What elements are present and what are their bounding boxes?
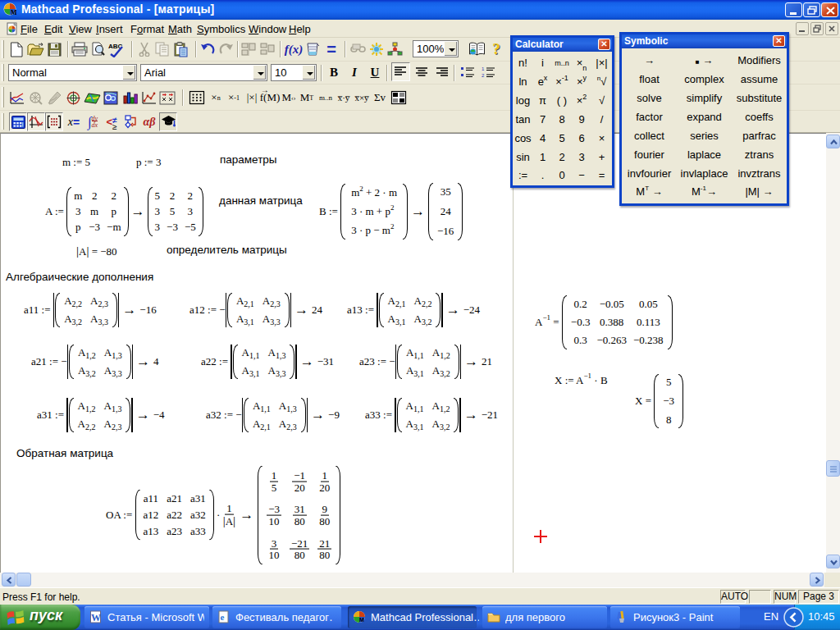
svg-text:e: e (221, 612, 225, 622)
svg-text:W: W (91, 612, 101, 623)
svg-text:2: 2 (482, 73, 485, 78)
svg-text:M: M (11, 9, 17, 16)
svg-text:M: M (359, 617, 364, 623)
svg-text:1: 1 (482, 66, 485, 71)
